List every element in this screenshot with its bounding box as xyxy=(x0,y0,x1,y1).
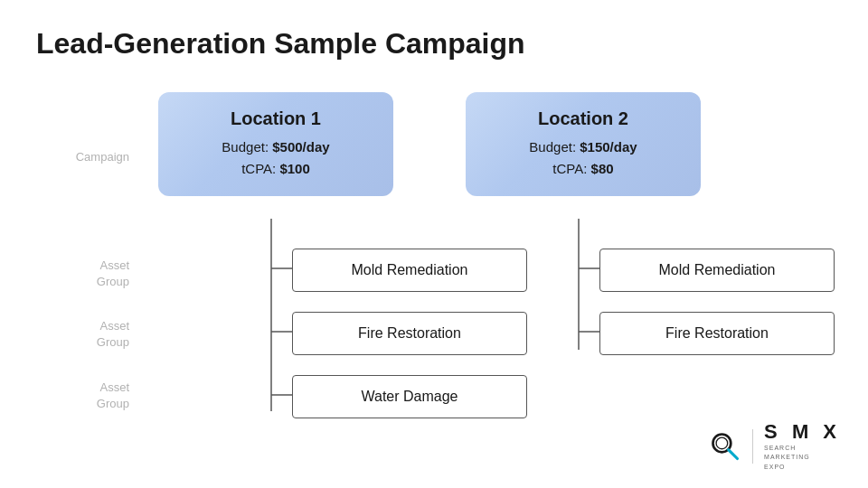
location2-mold-label: Mold Remediation xyxy=(659,262,776,277)
location1-mold-label: Mold Remediation xyxy=(352,262,468,277)
location2-campaign-box: Location 2 Budget: $150/day tCPA: $80 xyxy=(466,92,701,196)
label-campaign: Campaign xyxy=(76,149,129,165)
location1-campaign-box: Location 1 Budget: $500/day tCPA: $100 xyxy=(158,92,393,196)
location2-budget-value: $150/day xyxy=(580,139,637,155)
logo-divider xyxy=(752,429,754,464)
layout-wrapper: Campaign AssetGroup AssetGroup AssetGrou… xyxy=(36,88,832,440)
location2-asset-group-2: Fire Restoration xyxy=(599,312,835,355)
location2-box: Location 2 Budget: $150/day tCPA: $80 xyxy=(466,92,692,196)
location1-budget-label: Budget: xyxy=(222,139,272,155)
smx-big-text: S M X xyxy=(764,421,841,443)
location2-fire-box: Fire Restoration xyxy=(599,312,835,355)
location2-details: Budget: $150/day tCPA: $80 xyxy=(487,136,679,180)
location1-tcpa-label: tCPA: xyxy=(241,161,279,176)
location1-asset-group-2: Fire Restoration xyxy=(292,312,527,355)
location2-budget-label: Budget: xyxy=(529,139,580,155)
svg-point-11 xyxy=(716,437,728,449)
location1-asset-group-3: Water Damage xyxy=(292,375,527,418)
label-asset-group-3: AssetGroup xyxy=(97,380,129,412)
location2-title: Location 2 xyxy=(487,108,679,129)
location2-tcpa-value: $80 xyxy=(591,161,614,176)
location1-fire-box: Fire Restoration xyxy=(292,312,527,355)
location1-title: Location 1 xyxy=(180,108,372,129)
diagram-area: Location 1 Budget: $500/day tCPA: $100 M… xyxy=(140,88,832,440)
location2-asset-group-1: Mold Remediation xyxy=(599,249,835,292)
location1-asset-group-1: Mold Remediation xyxy=(292,249,527,292)
location1-tcpa-value: $100 xyxy=(279,161,309,176)
slide: Lead-Generation Sample Campaign Campaign… xyxy=(0,0,868,488)
label-asset-group-2: AssetGroup xyxy=(97,318,129,351)
location1-budget-value: $500/day xyxy=(272,139,329,155)
location2-mold-box: Mold Remediation xyxy=(599,249,835,292)
location1-water-box: Water Damage xyxy=(292,375,527,418)
smx-search-icon xyxy=(709,430,741,463)
location2-fire-label: Fire Restoration xyxy=(665,325,769,341)
location1-water-label: Water Damage xyxy=(362,389,458,404)
footer-logo: S M X SEARCHMARKETINGEXPO xyxy=(709,421,841,472)
label-asset-group-1: AssetGroup xyxy=(97,258,129,290)
location2-tcpa-label: tCPA: xyxy=(552,161,590,176)
location1-mold-box: Mold Remediation xyxy=(292,249,527,292)
left-labels: Campaign AssetGroup AssetGroup AssetGrou… xyxy=(36,88,140,440)
svg-line-10 xyxy=(728,450,737,459)
smx-small-text: SEARCHMARKETINGEXPO xyxy=(764,444,841,473)
location1-fire-label: Fire Restoration xyxy=(358,325,461,341)
smx-text-block: S M X SEARCHMARKETINGEXPO xyxy=(764,421,841,472)
location1-details: Budget: $500/day tCPA: $100 xyxy=(180,136,372,180)
page-title: Lead-Generation Sample Campaign xyxy=(36,27,832,61)
location1-box: Location 1 Budget: $500/day tCPA: $100 xyxy=(158,92,384,196)
